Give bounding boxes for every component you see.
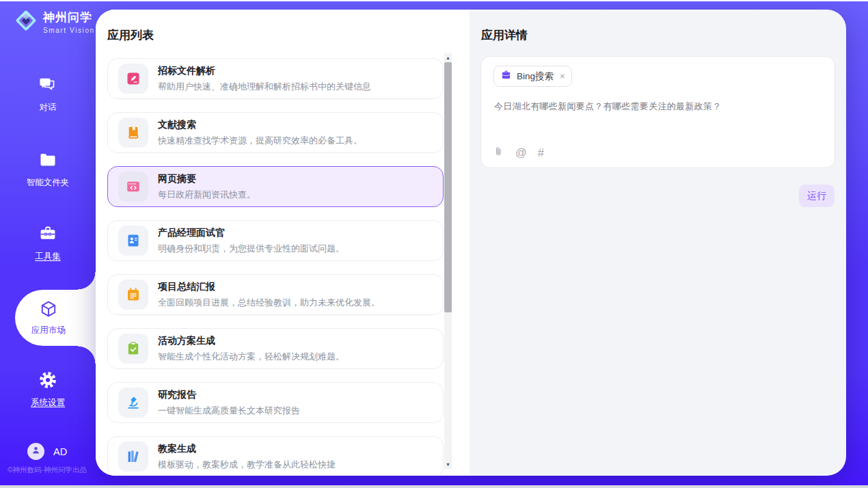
calendar-note-icon xyxy=(118,280,148,310)
sidebar-item-label: 工具集 xyxy=(0,251,96,262)
app-item-title: 项目总结汇报 xyxy=(158,281,380,293)
query-composer-card[interactable]: Bing搜索 × 今日湖北有哪些新闻要点？有哪些需要关注的最新政策？ @ # xyxy=(480,56,835,168)
brand: 神州问学 Smart Vision xyxy=(14,8,95,36)
resume-person-icon xyxy=(118,226,148,256)
app-item-title: 研究报告 xyxy=(158,389,300,401)
sidebar-item-label: 应用市场 xyxy=(31,325,66,336)
sidebar: 神州问学 Smart Vision 对话 智能文件夹 工具集 应用市场 系统设置 xyxy=(0,0,96,488)
app-list: 招标文件解析 帮助用户快速、准确地理解和解析招标书中的关键信息 文献搜索 快速精… xyxy=(107,58,444,476)
app-list-panel: 应用列表 招标文件解析 帮助用户快速、准确地理解和解析招标书中的关键信息 文献搜… xyxy=(96,10,470,476)
scrollbar-down-arrow-icon[interactable]: ▼ xyxy=(444,460,452,469)
scrollbar-up-arrow-icon[interactable]: ▲ xyxy=(444,53,452,62)
app-detail-panel: 应用详情 Bing搜索 × 今日湖北有哪些新闻要点？有哪些需要关注的最新政策？ … xyxy=(470,10,846,476)
window-top-edge xyxy=(0,0,868,1)
at-icon[interactable]: @ xyxy=(515,146,527,159)
app-list-item[interactable]: 研究报告 一键智能生成高质量长文本研究报告 xyxy=(107,382,444,423)
sidebar-item-settings[interactable]: 系统设置 xyxy=(0,370,96,409)
bubble-corner-bottom xyxy=(78,346,96,364)
app-item-title: 产品经理面试官 xyxy=(158,227,344,239)
query-input-text[interactable]: 今日湖北有哪些新闻要点？有哪些需要关注的最新政策？ xyxy=(494,100,822,113)
sidebar-item-smart-folder[interactable]: 智能文件夹 xyxy=(0,150,96,189)
tool-tag-label: Bing搜索 xyxy=(517,70,554,83)
app-item-description: 快速精准查找学术资源，提高研究效率的必备工具。 xyxy=(158,135,362,147)
app-item-description: 每日政府新闻资讯快查。 xyxy=(158,189,256,201)
cube-icon xyxy=(39,299,58,321)
app-list-item[interactable]: 教案生成 模板驱动，教案秒成，教学准备从此轻松快捷 xyxy=(107,436,444,476)
tool-tag-bing-search[interactable]: Bing搜索 × xyxy=(493,66,572,87)
app-item-description: 帮助用户快速、准确地理解和解析招标书中的关键信息 xyxy=(158,81,371,93)
gear-icon xyxy=(38,380,57,392)
web-code-icon xyxy=(118,172,148,202)
app-item-title: 网页摘要 xyxy=(158,173,256,185)
clipboard-check-icon xyxy=(118,334,148,364)
composer-toolbar: @ # xyxy=(493,146,544,160)
brand-name: 神州问学 xyxy=(43,11,92,24)
avatar xyxy=(27,443,44,460)
chat-icon xyxy=(38,85,57,96)
main-container: 应用列表 招标文件解析 帮助用户快速、准确地理解和解析招标书中的关键信息 文献搜… xyxy=(96,10,846,476)
app-item-title: 教案生成 xyxy=(158,443,336,455)
app-list-item[interactable]: 产品经理面试官 明确身份和职责，为您提供专业性的面试问题。 xyxy=(107,220,444,261)
avatar-person-icon xyxy=(31,445,41,458)
books-icon xyxy=(118,442,148,472)
app-item-description: 一键智能生成高质量长文本研究报告 xyxy=(158,405,300,417)
sidebar-item-label: 智能文件夹 xyxy=(0,177,96,189)
window-bottom-edge xyxy=(0,485,868,488)
user-profile[interactable]: AD xyxy=(27,443,67,460)
app-detail-title: 应用详情 xyxy=(481,27,528,43)
run-button[interactable]: 运行 xyxy=(799,185,835,207)
app-item-description: 全面回顾项目进展，总结经验教训，助力未来优化发展。 xyxy=(158,297,380,309)
brand-subtitle: Smart Vision xyxy=(43,27,95,34)
app-list-item[interactable]: 项目总结汇报 全面回顾项目进展，总结经验教训，助力未来优化发展。 xyxy=(107,274,444,315)
app-item-title: 招标文件解析 xyxy=(158,65,371,77)
scrollbar-thumb[interactable] xyxy=(444,62,452,312)
book-icon xyxy=(118,118,148,148)
close-icon[interactable]: × xyxy=(560,71,565,81)
sidebar-item-label: 系统设置 xyxy=(0,397,96,409)
sidebar-item-chat[interactable]: 对话 xyxy=(0,75,96,113)
copyright-footer: ©神州数码·神州问学出品 xyxy=(0,465,94,475)
app-item-description: 智能生成个性化活动方案，轻松解决规划难题。 xyxy=(158,351,344,363)
briefcase-icon xyxy=(500,69,512,83)
app-list-item[interactable]: 招标文件解析 帮助用户快速、准确地理解和解析招标书中的关键信息 xyxy=(107,58,444,99)
app-list-item[interactable]: 活动方案生成 智能生成个性化活动方案，轻松解决规划难题。 xyxy=(107,328,444,369)
folder-icon xyxy=(38,160,57,172)
app-item-title: 活动方案生成 xyxy=(158,335,344,347)
app-item-description: 模板驱动，教案秒成，教学准备从此轻松快捷 xyxy=(158,459,336,471)
microscope-icon xyxy=(118,388,148,418)
app-list-scrollbar[interactable]: ▲ ▼ xyxy=(444,53,452,469)
app-list-item[interactable]: 文献搜索 快速精准查找学术资源，提高研究效率的必备工具。 xyxy=(107,112,444,153)
sidebar-item-label: 对话 xyxy=(0,102,96,113)
doc-edit-icon xyxy=(118,64,148,94)
app-list-item[interactable]: 网页摘要 每日政府新闻资讯快查。 xyxy=(107,166,444,207)
sidebar-item-toolset[interactable]: 工具集 xyxy=(0,224,96,262)
toolbox-icon xyxy=(38,234,57,245)
bubble-corner-top xyxy=(78,272,96,290)
hash-icon[interactable]: # xyxy=(538,146,544,159)
app-list-title: 应用列表 xyxy=(107,27,154,43)
app-item-description: 明确身份和职责，为您提供专业性的面试问题。 xyxy=(158,243,344,255)
diamond-logo-icon xyxy=(14,8,38,36)
app-item-title: 文献搜索 xyxy=(158,119,362,131)
sidebar-item-app-market[interactable]: 应用市场 xyxy=(15,290,96,346)
user-initials: AD xyxy=(53,446,67,457)
paperclip-icon[interactable] xyxy=(493,146,504,160)
